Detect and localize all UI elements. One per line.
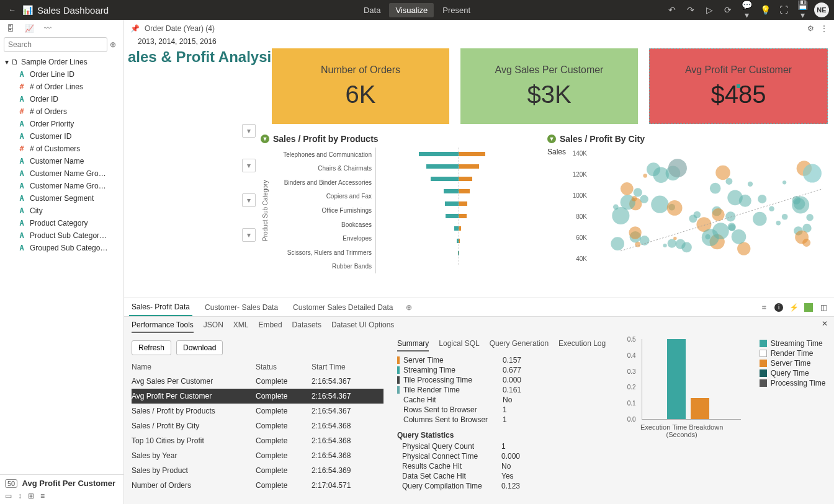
bolt-icon[interactable]: ⚡: [788, 303, 799, 312]
svg-point-61: [803, 164, 822, 183]
canvas-tab-0[interactable]: Sales- Profit Data: [129, 299, 192, 316]
svg-point-13: [676, 239, 686, 249]
tree-item[interactable]: AOrder ID: [12, 93, 122, 105]
refresh-button[interactable]: Refresh: [132, 340, 171, 355]
perf-tab[interactable]: Embed: [259, 321, 282, 333]
perf-tab[interactable]: Performance Tools: [132, 321, 194, 333]
svg-point-28: [806, 214, 813, 221]
svg-point-29: [776, 221, 781, 225]
tree-item[interactable]: ## of Orders: [12, 105, 122, 118]
grid-icon[interactable]: ⌗: [758, 303, 769, 312]
perf-tab[interactable]: JSON: [204, 321, 223, 333]
perf-tab[interactable]: Dataset UI Options: [331, 321, 394, 333]
filter-dropdown-3[interactable]: ▾: [242, 193, 256, 207]
pin-icon[interactable]: 📌: [130, 24, 140, 33]
perf-row[interactable]: Number of OrdersComplete2:17:04.571: [132, 478, 383, 493]
save-icon[interactable]: 💾▾: [796, 0, 809, 20]
tab-data[interactable]: Data: [357, 3, 387, 17]
perf-row[interactable]: Sales / Profit By CityComplete2:16:54.36…: [132, 418, 383, 433]
tool-4-icon[interactable]: ≡: [40, 492, 45, 500]
perf-row[interactable]: Top 10 Cities by ProfitComplete2:16:54.3…: [132, 433, 383, 448]
add-data-icon[interactable]: ⊕: [110, 40, 120, 49]
tab-visualize[interactable]: Visualize: [389, 3, 434, 17]
tool-2-icon[interactable]: ↕: [18, 492, 22, 500]
perf-row[interactable]: Sales by YearComplete2:16:54.368: [132, 448, 383, 463]
add-canvas-tab-icon[interactable]: ⊕: [406, 303, 412, 312]
info-icon[interactable]: i: [774, 303, 783, 312]
summary-tab[interactable]: Logical SQL: [439, 339, 479, 351]
bar-category: Envelopes: [270, 235, 372, 242]
tree-item[interactable]: ## of Order Lines: [12, 81, 122, 93]
filter-icon[interactable]: ▼: [547, 135, 556, 143]
tree-item[interactable]: AOrder Priority: [12, 118, 122, 130]
tree-item[interactable]: ACustomer Name Gro…: [12, 180, 122, 192]
tool-1-icon[interactable]: ▭: [5, 492, 12, 500]
tree-item[interactable]: ACustomer ID: [12, 130, 122, 143]
back-button[interactable]: ←: [5, 6, 20, 14]
filter-label[interactable]: Order Date (Year) (4): [145, 24, 215, 33]
perf-row[interactable]: Avg Profit Per CustomerComplete2:16:54.3…: [132, 389, 383, 404]
filter-dropdown-4[interactable]: ▾: [242, 228, 256, 242]
perf-row[interactable]: Sales / Profit by ProductsComplete2:16:5…: [132, 404, 383, 418]
tab-present[interactable]: Present: [436, 3, 477, 17]
dataset-root[interactable]: ▾ 🗋 Sample Order Lines: [1, 56, 122, 68]
perf-row[interactable]: Avg Sales Per CustomerComplete2:16:54.36…: [132, 374, 383, 389]
filter-icon[interactable]: ▼: [261, 135, 269, 143]
download-button[interactable]: Download: [176, 340, 223, 355]
tree-item[interactable]: ACustomer Segment: [12, 192, 122, 205]
ytick: 140K: [566, 150, 587, 157]
tree-item[interactable]: ACustomer Name Gro…: [12, 167, 122, 180]
filter-dropdown-1[interactable]: ▾: [242, 124, 256, 138]
tree-item[interactable]: AProduct Sub Categor…: [12, 229, 122, 242]
refresh-icon[interactable]: ⟳: [721, 5, 735, 15]
search-input[interactable]: [4, 37, 107, 52]
canvas-tab-2[interactable]: Customer Sales Detailed Data: [290, 299, 395, 316]
summary-tab[interactable]: Execution Log: [558, 339, 606, 351]
play-icon[interactable]: ▷: [702, 5, 716, 15]
summary-tab[interactable]: Query Generation: [490, 339, 549, 351]
mini-bar: [691, 398, 709, 419]
kpi-card[interactable]: Avg Sales Per Customer$3K: [460, 48, 638, 124]
kpi-card[interactable]: Number of Orders6K: [272, 48, 449, 124]
field-label: Customer Name Gro…: [30, 169, 106, 178]
redo-icon[interactable]: ↷: [684, 5, 697, 15]
fullscreen-icon[interactable]: ⛶: [777, 5, 791, 15]
summary-tab[interactable]: Summary: [397, 339, 429, 351]
tree-item[interactable]: AGrouped Sub Catego…: [12, 242, 122, 254]
bulb-icon[interactable]: 💡: [758, 5, 772, 15]
col-status: Status: [256, 363, 312, 371]
panel-right-icon[interactable]: ◫: [818, 303, 829, 312]
viz-panel-icon[interactable]: 📈: [24, 24, 35, 33]
tree-item[interactable]: AOrder Line ID: [12, 68, 122, 81]
field-type-icon: A: [17, 157, 26, 166]
close-panel-icon[interactable]: ✕: [822, 319, 828, 330]
svg-point-52: [782, 180, 786, 184]
svg-point-6: [725, 211, 735, 221]
trend-icon[interactable]: 〰: [42, 24, 53, 33]
tool-3-icon[interactable]: ⊞: [28, 492, 34, 500]
perf-tab[interactable]: XML: [233, 321, 249, 333]
undo-icon[interactable]: ↶: [665, 5, 679, 15]
chart2-ylabel: Sales: [547, 148, 566, 273]
filter-dropdown-2[interactable]: ▾: [242, 159, 256, 172]
bar-category: Rubber Bands: [270, 263, 372, 270]
canvas-tab-1[interactable]: Customer- Sales Data: [202, 299, 280, 316]
scatter-plot[interactable]: [590, 148, 828, 272]
kpi-card[interactable]: Avg Profit Per Customer$485: [649, 48, 828, 124]
data-panel-icon[interactable]: 🗄: [5, 24, 16, 33]
avatar[interactable]: NE: [814, 2, 829, 17]
svg-point-31: [712, 208, 725, 221]
tree-item[interactable]: ACity: [12, 205, 122, 217]
perf-tab[interactable]: Datasets: [292, 321, 321, 333]
collapse-icon: ▾: [5, 58, 9, 66]
comment-icon[interactable]: 💬▾: [740, 0, 753, 20]
more-icon[interactable]: ⋮: [820, 24, 828, 33]
svg-point-45: [632, 196, 637, 201]
perf-row[interactable]: Sales by ProductComplete2:16:54.369: [132, 463, 383, 478]
panel-left-icon[interactable]: [804, 303, 813, 312]
settings-icon[interactable]: ⚙: [807, 24, 814, 33]
tree-item[interactable]: ## of Customers: [12, 143, 122, 155]
tree-item[interactable]: AProduct Category: [12, 217, 122, 229]
kv-row: Cache HitNo: [397, 395, 608, 405]
tree-item[interactable]: ACustomer Name: [12, 155, 122, 167]
